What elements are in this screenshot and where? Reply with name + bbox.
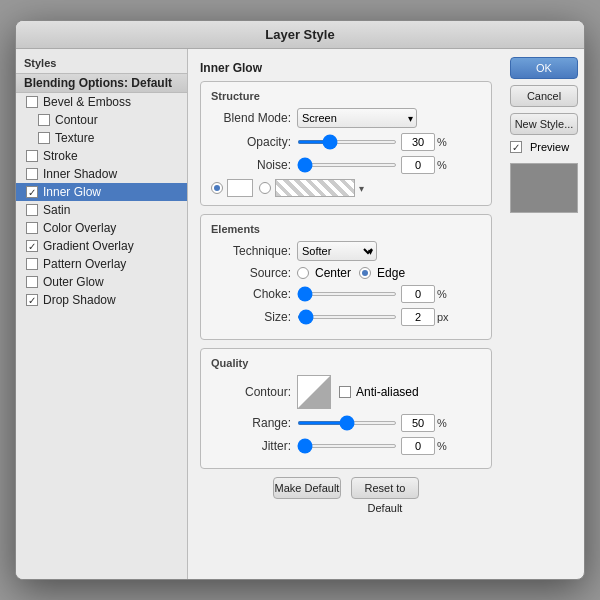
opacity-label: Opacity:	[211, 135, 291, 149]
sidebar-item-gradient-overlay[interactable]: ✓ Gradient Overlay	[16, 237, 187, 255]
cancel-button[interactable]: Cancel	[510, 85, 578, 107]
choke-slider[interactable]	[297, 292, 397, 296]
jitter-row: Jitter: %	[211, 437, 481, 455]
inner-glow-label: Inner Glow	[43, 185, 101, 199]
noise-input[interactable]	[401, 156, 435, 174]
anti-alias-checkbox[interactable]	[339, 386, 351, 398]
sidebar-item-contour[interactable]: Contour	[16, 111, 187, 129]
sidebar-item-inner-glow[interactable]: ✓ Inner Glow	[16, 183, 187, 201]
pattern-overlay-label: Pattern Overlay	[43, 257, 126, 271]
drop-shadow-checkmark: ✓	[28, 295, 36, 306]
contour-checkbox[interactable]	[38, 114, 50, 126]
source-edge-label: Edge	[377, 266, 405, 280]
inner-glow-checkmark: ✓	[28, 187, 36, 198]
jitter-unit: %	[437, 440, 447, 452]
opacity-input[interactable]	[401, 133, 435, 151]
satin-label: Satin	[43, 203, 70, 217]
radio-gradient[interactable]	[259, 182, 271, 194]
right-panel: OK Cancel New Style... ✓ Preview	[504, 49, 584, 579]
main-section-title: Inner Glow	[200, 61, 492, 75]
bevel-checkbox[interactable]	[26, 96, 38, 108]
quality-title: Quality	[211, 357, 481, 369]
size-input[interactable]	[401, 308, 435, 326]
sidebar-item-texture[interactable]: Texture	[16, 129, 187, 147]
blend-mode-select-wrapper[interactable]: Screen	[297, 108, 417, 128]
opacity-slider[interactable]	[297, 140, 397, 144]
new-style-button[interactable]: New Style...	[510, 113, 578, 135]
main-panel: Inner Glow Structure Blend Mode: Screen …	[188, 49, 504, 579]
source-options: Center Edge	[297, 266, 405, 280]
preview-thumbnail	[510, 163, 578, 213]
layer-style-dialog: Layer Style Styles Blending Options: Def…	[15, 20, 585, 580]
technique-select[interactable]: Softer Precise	[297, 241, 377, 261]
radio-color[interactable]	[211, 182, 223, 194]
sidebar-item-drop-shadow[interactable]: ✓ Drop Shadow	[16, 291, 187, 309]
make-default-button[interactable]: Make Default	[273, 477, 341, 499]
jitter-input[interactable]	[401, 437, 435, 455]
outer-glow-label: Outer Glow	[43, 275, 104, 289]
noise-slider[interactable]	[297, 163, 397, 167]
structure-section: Structure Blend Mode: Screen Opacity:	[200, 81, 492, 206]
preview-checkmark: ✓	[512, 142, 520, 153]
drop-shadow-checkbox[interactable]: ✓	[26, 294, 38, 306]
preview-checkbox[interactable]: ✓	[510, 141, 522, 153]
choke-unit: %	[437, 288, 447, 300]
gradient-dropdown-arrow[interactable]: ▾	[359, 183, 364, 194]
color-overlay-checkbox[interactable]	[26, 222, 38, 234]
reset-default-button[interactable]: Reset to Default	[351, 477, 419, 499]
anti-alias-label: Anti-aliased	[356, 385, 419, 399]
structure-title: Structure	[211, 90, 481, 102]
noise-label: Noise:	[211, 158, 291, 172]
sidebar-item-bevel[interactable]: Bevel & Emboss	[16, 93, 187, 111]
texture-checkbox[interactable]	[38, 132, 50, 144]
inner-shadow-checkbox[interactable]	[26, 168, 38, 180]
radio-center[interactable]	[297, 267, 309, 279]
sidebar-item-pattern-overlay[interactable]: Pattern Overlay	[16, 255, 187, 273]
sidebar-item-blending[interactable]: Blending Options: Default	[16, 73, 187, 93]
range-slider[interactable]	[297, 421, 397, 425]
blend-mode-select[interactable]: Screen	[297, 108, 417, 128]
preview-label: Preview	[530, 141, 569, 153]
anti-alias-row: Anti-aliased	[339, 385, 419, 399]
size-row: Size: px	[211, 308, 481, 326]
ok-button[interactable]: OK	[510, 57, 578, 79]
sidebar-item-color-overlay[interactable]: Color Overlay	[16, 219, 187, 237]
contour-preview[interactable]	[297, 375, 331, 409]
technique-select-wrapper[interactable]: Softer Precise	[297, 241, 377, 261]
radio-edge[interactable]	[359, 267, 371, 279]
preview-row: ✓ Preview	[510, 141, 578, 153]
svg-marker-0	[298, 376, 330, 408]
jitter-slider[interactable]	[297, 444, 397, 448]
gradient-overlay-checkbox[interactable]: ✓	[26, 240, 38, 252]
size-unit: px	[437, 311, 449, 323]
range-label: Range:	[211, 416, 291, 430]
quality-section: Quality Contour: Anti-aliased	[200, 348, 492, 469]
color-swatch-gradient[interactable]	[275, 179, 355, 197]
gradient-overlay-label: Gradient Overlay	[43, 239, 134, 253]
sidebar-item-satin[interactable]: Satin	[16, 201, 187, 219]
blend-mode-row: Blend Mode: Screen	[211, 108, 481, 128]
inner-glow-checkbox[interactable]: ✓	[26, 186, 38, 198]
choke-row: Choke: %	[211, 285, 481, 303]
choke-input[interactable]	[401, 285, 435, 303]
title-bar: Layer Style	[16, 21, 584, 49]
range-unit: %	[437, 417, 447, 429]
stroke-checkbox[interactable]	[26, 150, 38, 162]
range-input[interactable]	[401, 414, 435, 432]
sidebar-item-inner-shadow[interactable]: Inner Shadow	[16, 165, 187, 183]
size-slider[interactable]	[297, 315, 397, 319]
size-slider-container	[297, 315, 401, 319]
satin-checkbox[interactable]	[26, 204, 38, 216]
pattern-overlay-checkbox[interactable]	[26, 258, 38, 270]
styles-header: Styles	[16, 55, 187, 73]
color-swatch-white[interactable]	[227, 179, 253, 197]
range-row: Range: %	[211, 414, 481, 432]
blending-label: Blending Options: Default	[24, 76, 172, 90]
elements-title: Elements	[211, 223, 481, 235]
bottom-buttons: Make Default Reset to Default	[200, 477, 492, 499]
sidebar-item-stroke[interactable]: Stroke	[16, 147, 187, 165]
outer-glow-checkbox[interactable]	[26, 276, 38, 288]
gradient-overlay-checkmark: ✓	[28, 241, 36, 252]
sidebar-item-outer-glow[interactable]: Outer Glow	[16, 273, 187, 291]
choke-label: Choke:	[211, 287, 291, 301]
